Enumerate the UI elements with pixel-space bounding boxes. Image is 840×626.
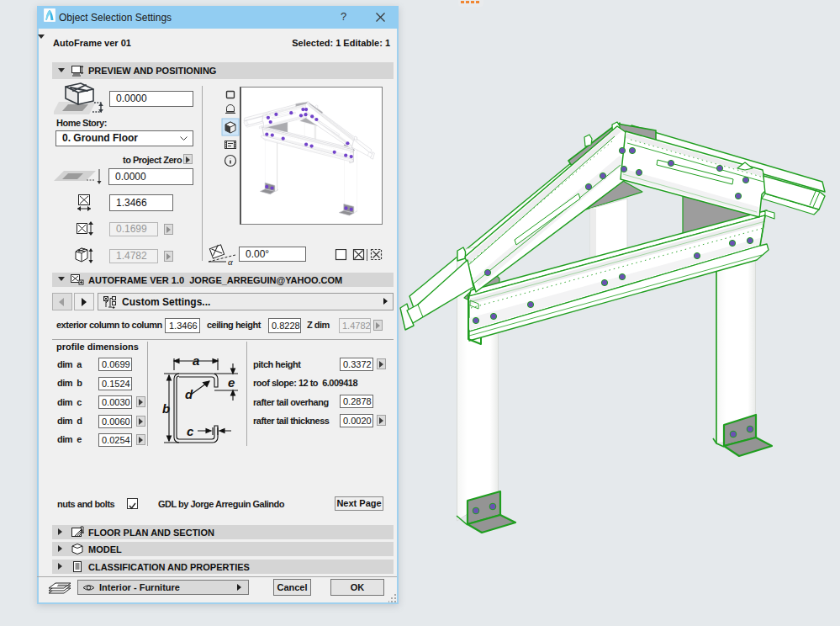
svg-text:e: e [228, 375, 235, 390]
svg-text:b: b [162, 401, 170, 416]
svg-text:a: a [193, 353, 199, 368]
svg-text:d: d [185, 387, 193, 401]
svg-text:c: c [187, 424, 194, 438]
svg-text:α: α [228, 257, 233, 266]
